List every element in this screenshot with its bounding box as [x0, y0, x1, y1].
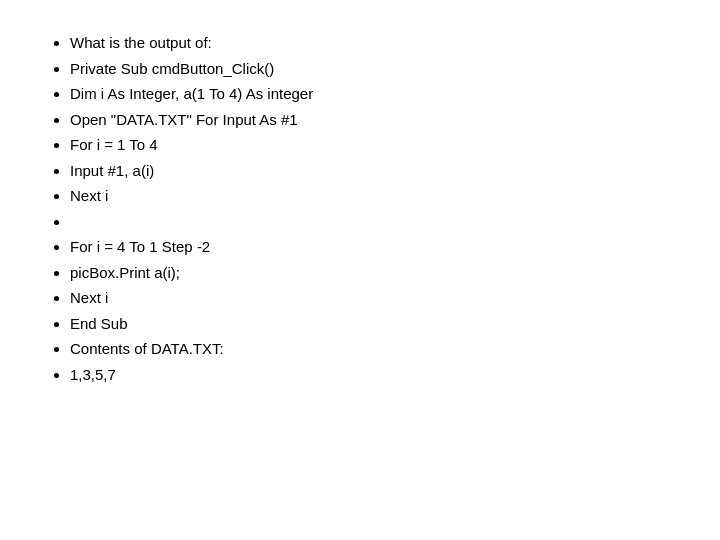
list-item: Next i — [70, 183, 680, 209]
list-item: Private Sub cmdButton_Click() — [70, 56, 680, 82]
main-content: What is the output of: Private Sub cmdBu… — [0, 0, 720, 417]
list-item: What is the output of: — [70, 30, 680, 56]
line-text: Next i — [70, 187, 108, 204]
line-text: picBox.Print a(i); — [70, 264, 180, 281]
list-item: Open "DATA.TXT" For Input As #1 — [70, 107, 680, 133]
list-item: Dim i As Integer, a(1 To 4) As integer — [70, 81, 680, 107]
list-item: For i = 1 To 4 — [70, 132, 680, 158]
list-item: Input #1, a(i) — [70, 158, 680, 184]
line-text: Next i — [70, 289, 108, 306]
list-item: For i = 4 To 1 Step -2 — [70, 234, 680, 260]
line-text: What is the output of: — [70, 34, 212, 51]
line-text: For i = 4 To 1 Step -2 — [70, 238, 210, 255]
list-item: 1,3,5,7 — [70, 362, 680, 388]
line-text: End Sub — [70, 315, 128, 332]
line-text: Dim i As Integer, a(1 To 4) As integer — [70, 85, 313, 102]
list-item: Next i — [70, 285, 680, 311]
line-text: Input #1, a(i) — [70, 162, 154, 179]
line-text: Contents of DATA.TXT: — [70, 340, 224, 357]
list-item: picBox.Print a(i); — [70, 260, 680, 286]
line-text: Open "DATA.TXT" For Input As #1 — [70, 111, 298, 128]
line-text: 1,3,5,7 — [70, 366, 116, 383]
list-item-empty — [70, 209, 680, 235]
line-text: For i = 1 To 4 — [70, 136, 158, 153]
list-item: End Sub — [70, 311, 680, 337]
code-list: What is the output of: Private Sub cmdBu… — [40, 30, 680, 387]
list-item: Contents of DATA.TXT: — [70, 336, 680, 362]
line-text — [70, 213, 74, 230]
line-text: Private Sub cmdButton_Click() — [70, 60, 274, 77]
